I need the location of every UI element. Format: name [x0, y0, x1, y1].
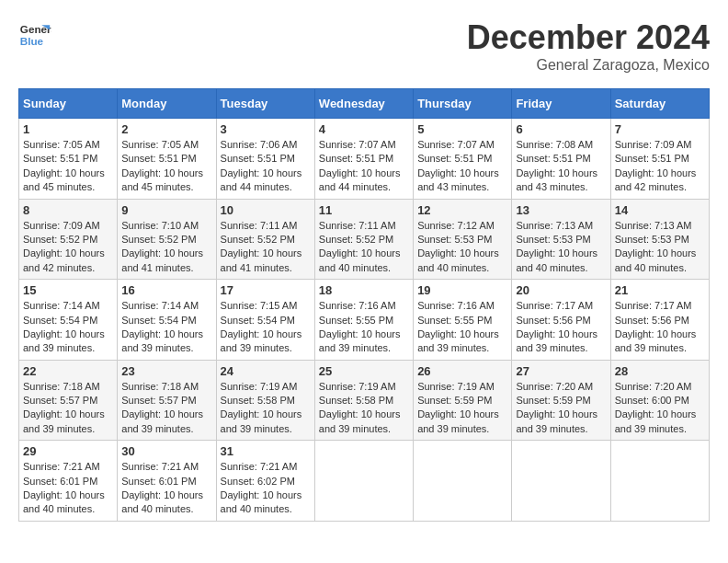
- week-row-1: 1 Sunrise: 7:05 AM Sunset: 5:51 PM Dayli…: [19, 119, 710, 200]
- day-number: 14: [615, 203, 705, 217]
- calendar-cell: 1 Sunrise: 7:05 AM Sunset: 5:51 PM Dayli…: [19, 119, 118, 200]
- day-number: 18: [319, 283, 409, 297]
- day-info: Sunrise: 7:18 AM Sunset: 5:57 PM Dayligh…: [23, 380, 113, 437]
- day-info: Sunrise: 7:17 AM Sunset: 5:56 PM Dayligh…: [516, 299, 606, 356]
- svg-text:Blue: Blue: [20, 35, 44, 47]
- week-row-2: 8 Sunrise: 7:09 AM Sunset: 5:52 PM Dayli…: [19, 199, 710, 280]
- calendar-cell: 15 Sunrise: 7:14 AM Sunset: 5:54 PM Dayl…: [19, 280, 118, 361]
- day-number: 11: [319, 203, 409, 217]
- calendar-cell: 25 Sunrise: 7:19 AM Sunset: 5:58 PM Dayl…: [314, 360, 413, 441]
- calendar-cell: 12 Sunrise: 7:12 AM Sunset: 5:53 PM Dayl…: [414, 199, 512, 280]
- day-header-friday: Friday: [512, 89, 610, 119]
- calendar-cell: 5 Sunrise: 7:07 AM Sunset: 5:51 PM Dayli…: [414, 119, 512, 200]
- day-info: Sunrise: 7:19 AM Sunset: 5:58 PM Dayligh…: [319, 380, 409, 437]
- day-number: 4: [319, 122, 409, 136]
- calendar-cell: 6 Sunrise: 7:08 AM Sunset: 5:51 PM Dayli…: [512, 119, 610, 200]
- calendar-cell: [314, 441, 413, 522]
- day-number: 29: [23, 444, 113, 458]
- calendar-cell: 4 Sunrise: 7:07 AM Sunset: 5:51 PM Dayli…: [314, 119, 413, 200]
- location-title: General Zaragoza, Mexico: [467, 57, 710, 74]
- calendar-cell: 2 Sunrise: 7:05 AM Sunset: 5:51 PM Dayli…: [118, 119, 216, 200]
- day-number: 19: [417, 283, 507, 297]
- day-info: Sunrise: 7:12 AM Sunset: 5:53 PM Dayligh…: [417, 219, 507, 276]
- day-info: Sunrise: 7:09 AM Sunset: 5:51 PM Dayligh…: [615, 138, 705, 195]
- calendar-cell: [610, 441, 709, 522]
- day-number: 21: [615, 283, 705, 297]
- calendar-cell: 20 Sunrise: 7:17 AM Sunset: 5:56 PM Dayl…: [512, 280, 610, 361]
- day-number: 16: [121, 283, 211, 297]
- day-number: 24: [221, 364, 311, 378]
- day-info: Sunrise: 7:05 AM Sunset: 5:51 PM Dayligh…: [121, 138, 211, 195]
- day-number: 8: [23, 203, 113, 217]
- day-number: 25: [319, 364, 409, 378]
- day-number: 6: [516, 122, 606, 136]
- day-info: Sunrise: 7:11 AM Sunset: 5:52 PM Dayligh…: [221, 219, 311, 276]
- calendar-cell: 24 Sunrise: 7:19 AM Sunset: 5:58 PM Dayl…: [216, 360, 314, 441]
- month-title: December 2024: [467, 18, 710, 57]
- day-header-wednesday: Wednesday: [314, 89, 413, 119]
- day-info: Sunrise: 7:05 AM Sunset: 5:51 PM Dayligh…: [23, 138, 113, 195]
- day-number: 12: [417, 203, 507, 217]
- day-header-tuesday: Tuesday: [216, 89, 314, 119]
- day-number: 13: [516, 203, 606, 217]
- day-info: Sunrise: 7:17 AM Sunset: 5:56 PM Dayligh…: [615, 299, 705, 356]
- calendar-cell: 21 Sunrise: 7:17 AM Sunset: 5:56 PM Dayl…: [610, 280, 709, 361]
- day-info: Sunrise: 7:18 AM Sunset: 5:57 PM Dayligh…: [121, 380, 211, 437]
- calendar-cell: 7 Sunrise: 7:09 AM Sunset: 5:51 PM Dayli…: [610, 119, 709, 200]
- week-row-4: 22 Sunrise: 7:18 AM Sunset: 5:57 PM Dayl…: [19, 360, 710, 441]
- day-header-thursday: Thursday: [414, 89, 512, 119]
- day-number: 7: [615, 122, 705, 136]
- calendar-table: SundayMondayTuesdayWednesdayThursdayFrid…: [18, 88, 710, 522]
- week-row-5: 29 Sunrise: 7:21 AM Sunset: 6:01 PM Dayl…: [19, 441, 710, 522]
- day-info: Sunrise: 7:08 AM Sunset: 5:51 PM Dayligh…: [516, 138, 606, 195]
- header: General Blue December 2024 General Zarag…: [18, 18, 710, 74]
- day-info: Sunrise: 7:21 AM Sunset: 6:01 PM Dayligh…: [23, 460, 113, 517]
- day-header-saturday: Saturday: [610, 89, 709, 119]
- day-headers-row: SundayMondayTuesdayWednesdayThursdayFrid…: [19, 89, 710, 119]
- day-info: Sunrise: 7:14 AM Sunset: 5:54 PM Dayligh…: [121, 299, 211, 356]
- svg-text:General: General: [20, 23, 51, 35]
- calendar-cell: 18 Sunrise: 7:16 AM Sunset: 5:55 PM Dayl…: [314, 280, 413, 361]
- day-number: 23: [121, 364, 211, 378]
- day-info: Sunrise: 7:15 AM Sunset: 5:54 PM Dayligh…: [221, 299, 311, 356]
- calendar-cell: 31 Sunrise: 7:21 AM Sunset: 6:02 PM Dayl…: [216, 441, 314, 522]
- calendar-cell: 13 Sunrise: 7:13 AM Sunset: 5:53 PM Dayl…: [512, 199, 610, 280]
- day-info: Sunrise: 7:06 AM Sunset: 5:51 PM Dayligh…: [221, 138, 311, 195]
- day-header-monday: Monday: [118, 89, 216, 119]
- day-info: Sunrise: 7:21 AM Sunset: 6:02 PM Dayligh…: [221, 460, 311, 517]
- calendar-cell: 23 Sunrise: 7:18 AM Sunset: 5:57 PM Dayl…: [118, 360, 216, 441]
- day-info: Sunrise: 7:21 AM Sunset: 6:01 PM Dayligh…: [121, 460, 211, 517]
- calendar-cell: 26 Sunrise: 7:19 AM Sunset: 5:59 PM Dayl…: [414, 360, 512, 441]
- day-number: 27: [516, 364, 606, 378]
- day-number: 20: [516, 283, 606, 297]
- day-number: 17: [221, 283, 311, 297]
- day-number: 5: [417, 122, 507, 136]
- calendar-cell: 11 Sunrise: 7:11 AM Sunset: 5:52 PM Dayl…: [314, 199, 413, 280]
- day-number: 15: [23, 283, 113, 297]
- day-number: 31: [221, 444, 311, 458]
- logo: General Blue: [18, 18, 51, 52]
- calendar-cell: [512, 441, 610, 522]
- day-number: 28: [615, 364, 705, 378]
- logo-icon: General Blue: [18, 18, 51, 52]
- calendar-cell: 3 Sunrise: 7:06 AM Sunset: 5:51 PM Dayli…: [216, 119, 314, 200]
- day-info: Sunrise: 7:16 AM Sunset: 5:55 PM Dayligh…: [319, 299, 409, 356]
- day-info: Sunrise: 7:20 AM Sunset: 5:59 PM Dayligh…: [516, 380, 606, 437]
- calendar-cell: 19 Sunrise: 7:16 AM Sunset: 5:55 PM Dayl…: [414, 280, 512, 361]
- day-number: 10: [221, 203, 311, 217]
- day-info: Sunrise: 7:20 AM Sunset: 6:00 PM Dayligh…: [615, 380, 705, 437]
- calendar-cell: 28 Sunrise: 7:20 AM Sunset: 6:00 PM Dayl…: [610, 360, 709, 441]
- day-info: Sunrise: 7:19 AM Sunset: 5:58 PM Dayligh…: [221, 380, 311, 437]
- day-number: 30: [121, 444, 211, 458]
- calendar-cell: 17 Sunrise: 7:15 AM Sunset: 5:54 PM Dayl…: [216, 280, 314, 361]
- calendar-cell: 10 Sunrise: 7:11 AM Sunset: 5:52 PM Dayl…: [216, 199, 314, 280]
- day-info: Sunrise: 7:19 AM Sunset: 5:59 PM Dayligh…: [417, 380, 507, 437]
- day-number: 3: [221, 122, 311, 136]
- day-info: Sunrise: 7:07 AM Sunset: 5:51 PM Dayligh…: [417, 138, 507, 195]
- day-info: Sunrise: 7:13 AM Sunset: 5:53 PM Dayligh…: [516, 219, 606, 276]
- day-number: 1: [23, 122, 113, 136]
- calendar-cell: 16 Sunrise: 7:14 AM Sunset: 5:54 PM Dayl…: [118, 280, 216, 361]
- calendar-cell: 9 Sunrise: 7:10 AM Sunset: 5:52 PM Dayli…: [118, 199, 216, 280]
- day-header-sunday: Sunday: [19, 89, 118, 119]
- day-number: 22: [23, 364, 113, 378]
